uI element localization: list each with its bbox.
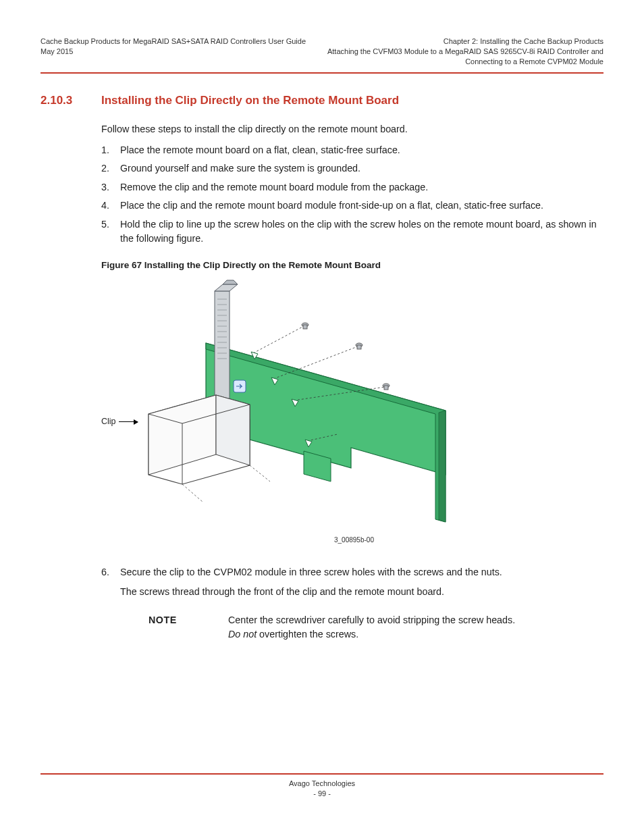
page-footer: Avago Technologies - 99 - — [41, 773, 603, 799]
svg-rect-36 — [303, 325, 307, 329]
svg-marker-2 — [439, 411, 446, 522]
step6-subtext: The screws thread through the front of t… — [120, 585, 603, 599]
document-page: Cache Backup Products for MegaRAID SAS+S… — [0, 0, 644, 834]
chapter-subtitle-1: Attaching the CVFM03 Module to a MegaRAI… — [327, 47, 603, 57]
header-right: Chapter 2: Installing the Cache Backup P… — [327, 36, 603, 67]
svg-marker-5 — [215, 284, 238, 291]
list-item: Remove the clip and the remote mount boa… — [101, 180, 603, 194]
header-left: Cache Backup Products for MegaRAID SAS+S… — [41, 36, 306, 67]
list-item: Secure the clip to the CVPM02 module in … — [101, 565, 603, 600]
steps-list-continued: Secure the clip to the CVPM02 module in … — [101, 565, 603, 600]
svg-line-27 — [253, 326, 304, 353]
note-line2: Do not overtighten the screws. — [228, 627, 515, 642]
figure-diagram — [101, 279, 479, 536]
figure-reference-number: 3_00895b-00 — [334, 535, 374, 545]
chapter-subtitle-2: Connecting to a Remote CVPM02 Module — [327, 57, 603, 67]
doc-title: Cache Backup Products for MegaRAID SAS+S… — [41, 36, 306, 47]
steps-list: Place the remote mount board on a flat, … — [101, 143, 603, 246]
note-label: NOTE — [149, 613, 228, 642]
svg-line-41 — [182, 484, 203, 502]
list-item: Place the remote mount board on a flat, … — [101, 143, 603, 157]
list-item: Ground yourself and make sure the system… — [101, 161, 603, 176]
figure-caption: Figure 67 Installing the Clip Directly o… — [101, 259, 603, 272]
note-line1: Center the screwdriver carefully to avoi… — [228, 613, 515, 627]
body-content: Follow these steps to install the clip d… — [101, 122, 603, 642]
note-body: Center the screwdriver carefully to avoi… — [228, 613, 515, 642]
svg-rect-40 — [384, 386, 388, 390]
step6-text: Secure the clip to the CVPM02 module in … — [120, 567, 502, 577]
svg-marker-6 — [223, 280, 238, 284]
section-title: Installing the Clip Directly on the Remo… — [101, 94, 399, 107]
section-number: 2.10.3 — [41, 94, 82, 107]
doc-date: May 2015 — [41, 47, 306, 57]
footer-divider — [41, 773, 603, 775]
header-divider — [41, 72, 603, 74]
figure-67: Clip 3_00895b-00 — [101, 279, 479, 549]
clip-callout: Clip — [101, 415, 138, 428]
note-line2-rest: overtighten the screws. — [257, 629, 358, 640]
page-header: Cache Backup Products for MegaRAID SAS+S… — [41, 36, 603, 67]
footer-company: Avago Technologies — [41, 779, 603, 789]
note-emphasis: Do not — [228, 629, 257, 640]
footer-text: Avago Technologies - 99 - — [41, 779, 603, 799]
list-item: Hold the clip to line up the screw holes… — [101, 217, 603, 246]
note-block: NOTE Center the screwdriver carefully to… — [149, 613, 603, 642]
section-heading: 2.10.3 Installing the Clip Directly on t… — [41, 94, 603, 107]
clip-label-text: Clip — [101, 415, 116, 428]
list-item: Place the clip and the remote mount boar… — [101, 199, 603, 213]
intro-paragraph: Follow these steps to install the clip d… — [101, 122, 603, 136]
callout-arrow-icon — [119, 421, 138, 422]
svg-rect-38 — [357, 345, 361, 349]
footer-page-number: - 99 - — [41, 789, 603, 799]
svg-line-42 — [250, 465, 270, 481]
chapter-title: Chapter 2: Installing the Cache Backup P… — [327, 36, 603, 47]
